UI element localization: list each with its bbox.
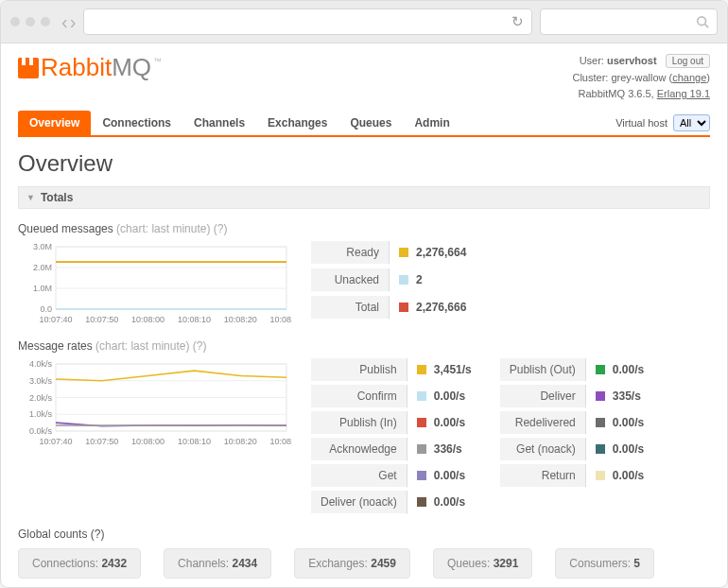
svg-text:3.0M: 3.0M [33,242,52,251]
logo-icon [18,58,39,78]
swatch-icon [596,444,605,454]
legend-key: Return [500,464,585,488]
global-counts-label: Global counts (?) [18,527,710,541]
svg-text:2.0M: 2.0M [33,263,52,272]
page-body: RabbitMQ ™ User: uservhost Log out Clust… [1,43,727,587]
search-icon [696,15,709,28]
svg-text:0.0k/s: 0.0k/s [29,426,53,436]
svg-point-0 [698,17,706,26]
legend-value: 0.00/s [407,464,481,488]
legend-value: 335/s [585,385,653,408]
swatch-icon [596,418,605,427]
rates-label: Message rates (chart: last minute) (?) [18,339,710,353]
count-box[interactable]: Consumers: 5 [555,548,654,579]
swatch-icon [596,391,605,401]
rates-chart: 0.0k/s1.0k/s2.0k/s3.0k/s4.0k/s10:07:4010… [18,358,292,448]
count-box[interactable]: Queues: 3291 [433,548,532,579]
legend-value: 0.00/s [585,411,653,435]
tab-connections[interactable]: Connections [91,111,182,135]
rates-legend-2: Publish (Out)0.00/sDeliver335/sRedeliver… [500,358,653,488]
erlang-version-link[interactable]: Erlang 19.1 [657,88,710,99]
legend-key: Publish (Out) [500,358,585,382]
rabbitmq-version: RabbitMQ 3.6.5 [579,88,651,99]
svg-text:10:07:50: 10:07:50 [85,437,118,446]
tab-channels[interactable]: Channels [182,111,256,135]
swatch-icon [417,418,426,427]
svg-text:10:07:50: 10:07:50 [85,315,118,324]
count-box[interactable]: Exchanges: 2459 [294,548,410,579]
queued-chart: 0.01.0M2.0M3.0M10:07:4010:07:5010:08:001… [18,241,292,326]
legend-key: Confirm [311,385,407,408]
logo-text: RabbitMQ [41,53,151,82]
legend-key: Unacked [311,268,389,292]
legend-value: 0.00/s [407,411,481,435]
swatch-icon [399,275,408,285]
swatch-icon [417,471,426,480]
cluster-change-link[interactable]: change [672,72,706,83]
count-box[interactable]: Channels: 2434 [164,548,271,579]
legend-key: Redelivered [500,411,585,435]
tab-exchanges[interactable]: Exchanges [256,111,338,135]
legend-key: Total [311,296,389,320]
legend-value: 2 [389,268,476,292]
dot-icon [10,17,20,26]
svg-text:10:08:30: 10:08:30 [269,315,292,324]
collapse-icon: ▼ [26,193,35,202]
window-controls[interactable] [10,17,50,26]
reload-icon[interactable]: ↻ [511,13,524,30]
browser-window: ‹ › ↻ RabbitMQ ™ User: uservhost Log out… [0,0,728,588]
legend-value: 0.00/s [407,385,481,408]
vhost-label: Virtual host [615,117,667,129]
svg-text:10:08:20: 10:08:20 [224,437,257,446]
legend-value: 3,451/s [407,358,481,382]
swatch-icon [417,391,426,401]
count-box[interactable]: Connections: 2432 [18,548,141,579]
svg-line-1 [705,25,709,28]
cluster-name: grey-wallow [611,72,666,83]
browser-chrome: ‹ › ↻ [1,1,727,43]
nav-arrows: ‹ › [61,12,76,31]
tab-overview[interactable]: Overview [18,111,91,135]
logout-button[interactable]: Log out [666,54,710,68]
legend-value: 2,276,664 [389,241,476,265]
section-totals-header[interactable]: ▼ Totals [18,186,710,209]
user-label: User [580,55,601,66]
svg-text:1.0k/s: 1.0k/s [29,409,53,419]
legend-value: 2,276,666 [389,296,476,320]
svg-text:10:08:10: 10:08:10 [178,437,211,446]
swatch-icon [596,471,605,480]
user-block: User: uservhost Log out Cluster: grey-wa… [572,53,710,103]
back-icon[interactable]: ‹ [61,12,68,31]
swatch-icon [417,444,426,454]
svg-text:4.0k/s: 4.0k/s [29,359,53,369]
dot-icon [26,17,35,26]
dot-icon [41,17,50,26]
legend-key: Ready [311,241,389,265]
legend-key: Publish [311,358,407,382]
legend-key: Get [311,464,407,488]
url-bar[interactable]: ↻ [83,9,532,35]
tab-queues[interactable]: Queues [338,111,403,135]
tab-admin[interactable]: Admin [403,111,460,135]
browser-search[interactable] [540,9,718,35]
swatch-icon [399,248,408,257]
user-name: uservhost [607,55,657,66]
svg-text:10:08:00: 10:08:00 [131,315,165,324]
svg-text:10:08:10: 10:08:10 [178,315,211,324]
swatch-icon [417,497,426,507]
queued-label: Queued messages (chart: last minute) (?) [18,222,710,235]
svg-text:10:07:40: 10:07:40 [39,315,72,324]
legend-key: Deliver [500,385,585,408]
forward-icon[interactable]: › [70,12,77,31]
logo[interactable]: RabbitMQ ™ [18,53,162,82]
legend-value: 0.00/s [585,464,653,488]
svg-text:3.0k/s: 3.0k/s [29,376,53,386]
legend-key: Deliver (noack) [311,491,407,514]
main-tabs: Overview Connections Channels Exchanges … [18,111,710,137]
svg-text:10:08:20: 10:08:20 [224,315,257,324]
svg-text:10:07:40: 10:07:40 [39,437,72,446]
page-title: Overview [18,150,710,177]
vhost-select[interactable]: All [673,114,710,131]
legend-value: 0.00/s [585,438,653,461]
swatch-icon [596,365,605,374]
